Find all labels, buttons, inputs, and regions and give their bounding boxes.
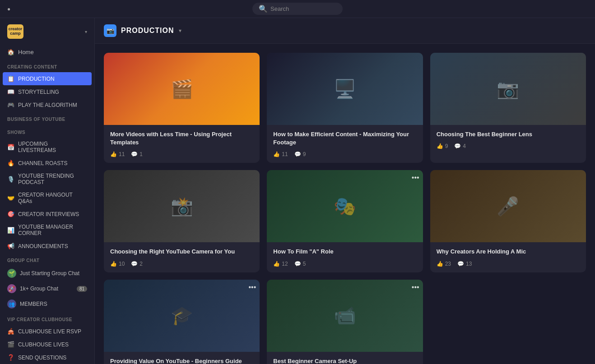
card-body: Choosing The Best Beginner Lens 👍 9 💬 4 bbox=[430, 125, 586, 155]
thumb-bg: 🎤 bbox=[430, 170, 586, 242]
just-starting-avatar: 🌱 bbox=[7, 269, 16, 278]
like-icon: 👍 bbox=[110, 151, 117, 157]
sidebar-item-label: PRODUCTION bbox=[18, 76, 55, 82]
card-card-8[interactable]: 📹 ••• Best Beginner Camera Set-Up 👍 15 💬… bbox=[267, 280, 423, 364]
card-card-5[interactable]: 🎭 ••• How To Film "A" Role 👍 12 💬 5 bbox=[267, 170, 423, 272]
sidebar-item-label: YOUTUBE MANAGER CORNER bbox=[18, 224, 87, 236]
logo-chevron-icon: ▾ bbox=[85, 29, 87, 34]
thumb-dots-icon[interactable]: ••• bbox=[412, 174, 419, 182]
section-label-shows: SHOWS bbox=[0, 124, 94, 138]
like-icon: 👍 bbox=[437, 143, 443, 149]
card-card-7[interactable]: 🎓 ••• Providing Value On YouTube - Begin… bbox=[104, 280, 260, 364]
card-thumbnail: 🖥️ bbox=[267, 53, 423, 125]
comment-count: 9 bbox=[303, 151, 306, 157]
page-title: PRODUCTION bbox=[121, 27, 174, 35]
card-thumbnail: 📸 bbox=[104, 170, 260, 242]
card-body: How To Film "A" Role 👍 12 💬 5 bbox=[267, 242, 423, 272]
card-thumbnail: 🎬 bbox=[104, 53, 260, 125]
like-count: 11 bbox=[282, 151, 288, 157]
thumb-bg: 📸 bbox=[104, 170, 260, 242]
thumb-bg: 🎓 bbox=[104, 280, 260, 352]
section-label-group-chat: GROUP CHAT bbox=[0, 253, 94, 266]
card-card-4[interactable]: 📸 Choosing the Right YouTube Camera for … bbox=[104, 170, 260, 272]
thumb-dots-icon[interactable]: ••• bbox=[249, 283, 256, 291]
search-input[interactable] bbox=[270, 5, 334, 12]
sidebar-item-storytelling[interactable]: 📖 STORYTELLING bbox=[0, 85, 94, 98]
card-stats: 👍 11 💬 9 bbox=[273, 151, 416, 157]
comment-count: 4 bbox=[463, 143, 466, 149]
sidebar-item-1k-group[interactable]: 🚀 1k+ Group Chat 81 bbox=[0, 281, 94, 296]
sidebar-item-announcements[interactable]: 📢 ANNOUNCEMENTS bbox=[0, 240, 94, 253]
sidebar-item-home[interactable]: 🏠 Home bbox=[0, 45, 94, 59]
logo-button[interactable]: creatorcamp ▾ bbox=[0, 18, 94, 45]
sidebar-item-label: CLUBHOUSE LIVES bbox=[18, 341, 69, 348]
thumb-icon: 🎬 bbox=[104, 53, 260, 125]
comment-count: 2 bbox=[139, 261, 143, 267]
card-title: Best Beginner Camera Set-Up bbox=[273, 357, 416, 364]
comment-count: 13 bbox=[466, 261, 472, 267]
sidebar-item-label: CREATOR HANGOUT Q&As bbox=[18, 192, 87, 204]
interviews-icon: 🎯 bbox=[7, 211, 14, 217]
card-card-3[interactable]: 📷 Choosing The Best Beginner Lens 👍 9 💬 … bbox=[430, 53, 586, 163]
thumb-icon: 📹 bbox=[267, 280, 423, 352]
storytelling-icon: 📖 bbox=[7, 88, 14, 95]
like-icon: 👍 bbox=[110, 261, 117, 267]
sidebar-item-channel-roasts[interactable]: 🔥 CHANNEL ROASTS bbox=[0, 157, 94, 170]
comment-stat: 💬 13 bbox=[457, 261, 472, 267]
like-stat: 👍 10 bbox=[110, 261, 125, 267]
sidebar-item-just-starting[interactable]: 🌱 Just Starting Group Chat bbox=[0, 266, 94, 281]
sidebar-item-label: MEMBERS bbox=[20, 301, 47, 307]
search-icon: 🔍 bbox=[259, 5, 268, 13]
sidebar-item-upcoming-livestreams[interactable]: 📅 UPCOMING LIVESTREAMS bbox=[0, 138, 94, 157]
like-icon: 👍 bbox=[273, 261, 280, 267]
sidebar-item-play-algorithm[interactable]: 🎮 PLAY THE ALGORITHM bbox=[0, 98, 94, 111]
thumb-icon: 📷 bbox=[430, 53, 586, 125]
sidebar-item-youtube-trending[interactable]: 🎙️ YOUTUBE TRENDING PODCAST bbox=[0, 170, 94, 189]
card-thumbnail: 🎓 ••• bbox=[104, 280, 260, 352]
header-chevron-icon[interactable]: ▾ bbox=[179, 28, 181, 34]
sidebar-item-label: CHANNEL ROASTS bbox=[18, 160, 68, 166]
like-stat: 👍 11 bbox=[273, 151, 288, 157]
thumb-bg: 🎭 bbox=[267, 170, 423, 242]
sidebar-item-members[interactable]: 👥 MEMBERS bbox=[0, 296, 94, 312]
comment-icon: 💬 bbox=[131, 151, 138, 157]
card-stats: 👍 10 💬 2 bbox=[110, 261, 253, 267]
comment-stat: 💬 2 bbox=[131, 261, 143, 267]
sidebar-item-send-questions[interactable]: ❓ SEND QUESTIONS bbox=[0, 351, 94, 364]
like-icon: 👍 bbox=[437, 261, 443, 267]
card-stats: 👍 23 💬 13 bbox=[437, 261, 580, 267]
rsvp-icon: 🎪 bbox=[7, 328, 14, 335]
thumb-bg: 📷 bbox=[430, 53, 586, 125]
comment-stat: 💬 5 bbox=[294, 261, 306, 267]
card-body: More Videos with Less Time - Using Proje… bbox=[104, 125, 260, 163]
thumb-bg: 🖥️ bbox=[267, 53, 423, 125]
roasts-icon: 🔥 bbox=[7, 160, 14, 166]
like-count: 23 bbox=[445, 261, 451, 267]
comment-icon: 💬 bbox=[131, 261, 138, 267]
sidebar-item-production[interactable]: 📋 PRODUCTION bbox=[3, 72, 92, 85]
sidebar-item-label: Just Starting Group Chat bbox=[20, 270, 79, 276]
sidebar-item-creator-hangout[interactable]: 🤝 CREATOR HANGOUT Q&As bbox=[0, 189, 94, 207]
card-card-1[interactable]: 🎬 More Videos with Less Time - Using Pro… bbox=[104, 53, 260, 163]
sidebar-item-youtube-manager[interactable]: 📊 YOUTUBE MANAGER CORNER bbox=[0, 221, 94, 240]
card-thumbnail: 🎤 bbox=[430, 170, 586, 242]
section-label-business: BUSINESS OF YOUTUBE bbox=[0, 111, 94, 124]
card-title: How To Film "A" Role bbox=[273, 248, 416, 256]
card-title: More Videos with Less Time - Using Proje… bbox=[110, 130, 253, 147]
sidebar-item-clubhouse-rsvp[interactable]: 🎪 CLUBHOUSE LIVE RSVP bbox=[0, 325, 94, 338]
sidebar-item-creator-interviews[interactable]: 🎯 CREATOR INTERVIEWS bbox=[0, 207, 94, 221]
thumb-icon: 🖥️ bbox=[267, 53, 423, 125]
card-body: Best Beginner Camera Set-Up 👍 15 💬 4 bbox=[267, 352, 423, 364]
livestreams-icon: 📅 bbox=[7, 144, 14, 151]
sidebar-item-clubhouse-lives[interactable]: 🎬 CLUBHOUSE LIVES bbox=[0, 338, 94, 351]
card-title: Why Creators Are Holding A Mic bbox=[437, 248, 580, 256]
manager-icon: 📊 bbox=[7, 227, 14, 234]
card-body: How to Make Efficient Content - Maximizi… bbox=[267, 125, 423, 163]
search-bar[interactable]: 🔍 bbox=[252, 3, 343, 15]
thumb-dots-icon[interactable]: ••• bbox=[412, 283, 419, 291]
cards-grid: 🎬 More Videos with Less Time - Using Pro… bbox=[95, 44, 595, 364]
card-card-2[interactable]: 🖥️ How to Make Efficient Content - Maxim… bbox=[267, 53, 423, 163]
production-icon: 📋 bbox=[7, 75, 14, 82]
card-card-6[interactable]: 🎤 Why Creators Are Holding A Mic 👍 23 💬 … bbox=[430, 170, 586, 272]
members-avatar: 👥 bbox=[7, 299, 16, 309]
